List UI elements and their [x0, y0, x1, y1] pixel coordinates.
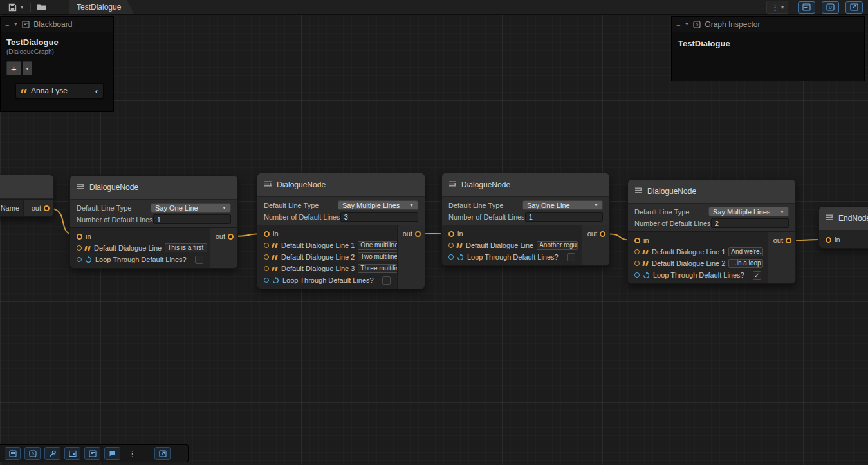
node-ports: inDefault Dialogue Line 1One multilineDe… — [257, 225, 425, 289]
blackboard-toggle-button[interactable] — [798, 1, 815, 14]
node-properties: Default Line TypeSay Multiple Lines▼Numb… — [628, 204, 795, 231]
output-port-row: out — [32, 202, 50, 214]
node-header[interactable]: EndNode — [819, 207, 868, 231]
collapse-caret-icon[interactable]: ▼ — [684, 21, 689, 27]
inline-text-field[interactable]: Three multilin — [358, 264, 398, 273]
output-port-dot[interactable] — [415, 231, 421, 237]
input-port-dot[interactable] — [264, 231, 270, 237]
graph-node[interactable]: DialogueNodeDefault Line TypeSay One Lin… — [441, 173, 610, 266]
input-port-dot[interactable] — [634, 249, 640, 254]
blackboard-header[interactable]: ≡ ▼ Blackboard — [1, 17, 113, 32]
input-port-dot[interactable] — [77, 257, 82, 262]
output-port-dot[interactable] — [228, 234, 234, 240]
dialogue-preview-button[interactable] — [104, 447, 120, 460]
input-port-row: in — [70, 231, 210, 242]
dropdown-value: Say One Line — [527, 202, 570, 209]
node-header[interactable]: DialogueNode — [70, 176, 237, 200]
tab-testdialogue[interactable]: TestDialogue — [69, 0, 134, 14]
node-header[interactable]: DialogueNode — [442, 173, 609, 197]
inline-text-field[interactable]: One multiline — [358, 241, 398, 250]
checkbox[interactable] — [195, 256, 203, 264]
bottom-more-button[interactable]: ⋮ — [124, 447, 140, 460]
save-button[interactable] — [6, 1, 18, 14]
graph-node[interactable]: DialogueNodeDefault Line TypeSay One Lin… — [69, 175, 238, 269]
property-row: Number of Default Lines2 — [634, 218, 789, 228]
enum-dropdown[interactable]: Say Multiple Lines▼ — [708, 207, 789, 216]
number-field[interactable]: 1 — [153, 214, 231, 224]
input-port-dot[interactable] — [634, 261, 640, 266]
more-caret-icon: ▾ — [781, 5, 784, 10]
add-property-button[interactable]: + — [6, 61, 21, 75]
graph-inspector-button[interactable]: 0 — [24, 447, 41, 460]
graph-inspector-toggle-button[interactable]: 0 — [822, 1, 839, 14]
blackboard-button[interactable] — [84, 447, 100, 460]
menu-icon[interactable]: ≡ — [676, 21, 680, 28]
open-asset-button[interactable] — [35, 1, 47, 14]
menu-icon[interactable]: ≡ — [5, 21, 9, 28]
blackboard-property-anna-lyse[interactable]: Anna-Lyse ‹ — [15, 83, 104, 99]
number-field[interactable]: 1 — [525, 212, 603, 222]
inline-text-field[interactable]: Two multiline — [358, 252, 398, 261]
input-port-dot[interactable] — [826, 237, 831, 243]
input-port-dot[interactable] — [448, 254, 454, 260]
output-port-row: out — [403, 228, 421, 240]
input-port-dot[interactable] — [448, 243, 454, 248]
add-property-caret-icon[interactable]: ▼ — [23, 61, 32, 75]
input-port-row: Default Dialogue Line 2...in a loop — [628, 258, 768, 269]
minimap-toggle-button[interactable] — [845, 1, 863, 14]
dropdown-caret-icon: ▼ — [780, 209, 784, 214]
node-header[interactable]: DialogueNode — [628, 180, 795, 204]
graph-node[interactable]: DialogueNodeDefault Line TypeSay Multipl… — [627, 179, 796, 284]
graph-node[interactable]: DialogueNodeDefault Line TypeSay Multipl… — [257, 173, 425, 289]
inline-text-field[interactable]: And we're... — [728, 247, 763, 256]
fullscreen-button[interactable] — [154, 447, 171, 460]
graph-node[interactable]: NodekerNameout — [0, 175, 54, 217]
number-field[interactable]: 3 — [340, 212, 418, 222]
output-port-dot[interactable] — [600, 231, 605, 237]
graph-inspector-header[interactable]: ≡ ▼ 0 Graph Inspector — [672, 17, 864, 32]
checkbox[interactable] — [382, 276, 391, 285]
input-ports: inDefault Dialogue LineThis is a firstLo… — [70, 228, 210, 268]
inline-text-field[interactable]: This is a first — [165, 243, 207, 252]
input-port-dot[interactable] — [634, 272, 640, 278]
toolbar-more-button[interactable]: ⋮▾ — [766, 1, 788, 14]
input-port-dot[interactable] — [77, 234, 82, 240]
inline-text-field[interactable]: ...in a loop — [728, 259, 763, 268]
input-port-dot[interactable] — [77, 245, 82, 251]
node-header[interactable]: Node — [0, 175, 53, 199]
inline-text-field[interactable]: Another regu — [537, 241, 578, 250]
port-label: Default Dialogue Line 1 — [281, 242, 355, 249]
panels-button[interactable] — [5, 447, 21, 460]
enum-dropdown[interactable]: Say Multiple Lines▼ — [338, 200, 418, 210]
checkbox[interactable]: ✓ — [753, 271, 761, 280]
output-ports: out — [397, 225, 425, 289]
enum-dropdown[interactable]: Say One Line▼ — [522, 200, 603, 210]
quote-icon — [272, 255, 278, 260]
expand-chevron-icon[interactable]: ‹ — [95, 86, 98, 96]
input-port-dot[interactable] — [634, 238, 640, 243]
property-row: Number of Default Lines1 — [77, 214, 231, 224]
input-ports: kerName — [0, 200, 23, 216]
collapse-caret-icon[interactable]: ▼ — [13, 21, 18, 27]
fullscreen-icon — [159, 450, 167, 457]
port-label: Default Dialogue Line 2 — [652, 260, 725, 267]
number-field[interactable]: 2 — [711, 218, 789, 228]
tools-button[interactable] — [44, 447, 60, 460]
output-port-dot[interactable] — [44, 205, 50, 211]
graph-node[interactable]: EndNodein — [818, 206, 868, 249]
node-header[interactable]: DialogueNode — [257, 173, 425, 197]
input-port-row: Loop Through Default Lines?✓ — [628, 269, 768, 281]
output-port-dot[interactable] — [786, 238, 791, 243]
minimap-button[interactable] — [64, 447, 80, 460]
loop-icon — [85, 256, 92, 263]
input-port-dot[interactable] — [264, 254, 269, 260]
property-label: Default Line Type — [77, 204, 151, 212]
input-port-dot[interactable] — [448, 231, 454, 237]
input-port-dot[interactable] — [264, 266, 269, 271]
node-title: DialogueNode — [277, 180, 326, 189]
input-port-dot[interactable] — [264, 243, 269, 248]
enum-dropdown[interactable]: Say One Line▼ — [151, 203, 231, 213]
input-port-dot[interactable] — [264, 278, 269, 283]
checkbox[interactable] — [567, 253, 575, 261]
save-dropdown-caret[interactable]: ▾ — [18, 1, 26, 14]
